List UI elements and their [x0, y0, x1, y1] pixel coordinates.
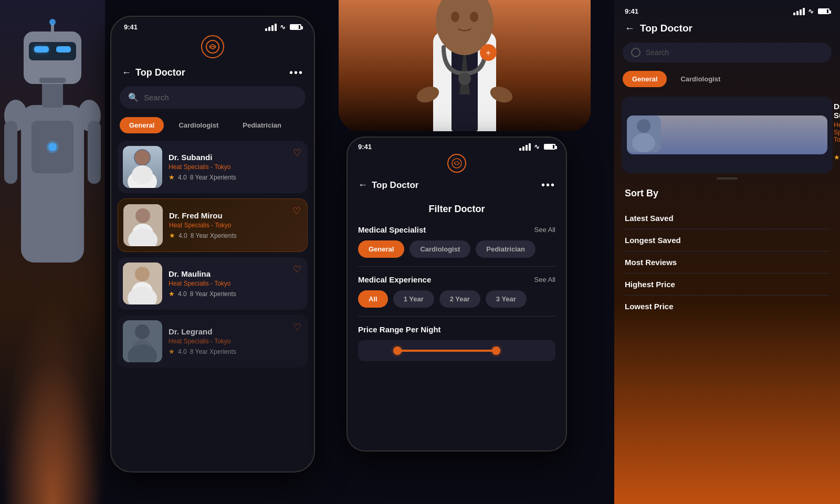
- right-status-bar: 9:41 ∿: [614, 0, 840, 19]
- heart-button-2[interactable]: ♡: [292, 205, 301, 217]
- price-slider-track[interactable]: [358, 340, 555, 361]
- search-icon-1: 🔍: [128, 92, 139, 102]
- rating-2: 4.0: [178, 232, 187, 239]
- right-back-arrow[interactable]: ←: [625, 23, 635, 34]
- pill-3year[interactable]: 3 Year: [486, 290, 527, 308]
- right-search-bar[interactable]: Search: [623, 43, 832, 62]
- right-tab-general[interactable]: General: [623, 71, 667, 87]
- doctor-name-3: Dr. Maulina: [169, 269, 302, 278]
- filter-header: Filter Doctor: [348, 195, 566, 220]
- sort-lowest-price[interactable]: Lowest Price: [625, 296, 830, 317]
- search-bar-1[interactable]: 🔍 Search: [120, 86, 306, 109]
- right-battery: [818, 8, 830, 14]
- svg-point-44: [458, 72, 471, 85]
- wifi-icon-2: ∿: [534, 143, 540, 151]
- right-doc-meta: ★ 4.0 8 Year Xpe...: [834, 146, 840, 168]
- right-doc-svg: [627, 116, 661, 152]
- svg-rect-14: [56, 46, 71, 52]
- drag-handle: [717, 177, 738, 180]
- tab-pediatrician-1[interactable]: Pediatrician: [233, 117, 291, 133]
- phone2-screen: 9:41 ∿: [348, 138, 566, 450]
- tab-cardiologist-1[interactable]: Cardiologist: [169, 117, 228, 133]
- experience-label: Medical Experience: [358, 275, 431, 284]
- hero-image: +: [339, 0, 591, 131]
- heart-button-3[interactable]: ♡: [293, 264, 301, 275]
- bar3-2: [526, 145, 528, 151]
- specialist-pills: General Cardiologist Pediatrician: [358, 240, 555, 258]
- doctor-meta-3: ★ 4.0 8 Year Xperients: [169, 290, 302, 298]
- price-slider-thumb-right[interactable]: [492, 346, 500, 355]
- bar4-2: [529, 143, 531, 151]
- more-button-2[interactable]: •••: [541, 179, 555, 191]
- right-status-icons: ∿: [793, 7, 830, 15]
- pill-cardiologist[interactable]: Cardiologist: [410, 240, 470, 258]
- experience-3: 8 Year Xperients: [190, 290, 236, 298]
- heart-button-1[interactable]: ♡: [293, 147, 301, 159]
- experience-see-all[interactable]: See All: [534, 276, 555, 284]
- price-header: Price Range Per Night: [358, 325, 555, 334]
- signal-bars-2: [519, 143, 531, 151]
- svg-rect-6: [4, 121, 17, 184]
- star-icon-1: ★: [169, 173, 175, 181]
- doctor-photo-4: [123, 320, 162, 362]
- status-bar-1: 9:41 ∿: [111, 17, 314, 33]
- sort-by-title: Sort By: [625, 188, 830, 199]
- divider-1: [358, 266, 555, 267]
- sort-latest-saved[interactable]: Latest Saved: [625, 207, 830, 229]
- pill-1year[interactable]: 1 Year: [393, 290, 434, 308]
- sort-most-reviews[interactable]: Most Reviews: [625, 251, 830, 274]
- right-time: 9:41: [625, 7, 638, 15]
- rbar4: [803, 8, 805, 15]
- back-arrow-1: ←: [122, 67, 131, 78]
- doctor-card-1[interactable]: Dr. Subandi Heat Specialis - Tokyo ★ 4.0…: [118, 141, 308, 193]
- more-button-1[interactable]: •••: [289, 67, 303, 79]
- back-button-1[interactable]: ← Top Doctor: [122, 67, 185, 78]
- price-label: Price Range Per Night: [358, 325, 441, 334]
- experience-header: Medical Experience See All: [358, 275, 555, 284]
- specialist-see-all[interactable]: See All: [534, 226, 555, 234]
- doctor-info-3: Dr. Maulina Heat Specialis - Tokyo ★ 4.0…: [169, 269, 302, 298]
- rating-3: 4.0: [178, 290, 187, 298]
- pill-pediatrician[interactable]: Pediatrician: [476, 240, 536, 258]
- right-tab-cardiologist[interactable]: Cardiologist: [671, 71, 730, 87]
- sort-longest-saved[interactable]: Longest Saved: [625, 229, 830, 251]
- doctor-photo-1: [123, 146, 162, 188]
- doctor-card-3[interactable]: Dr. Maulina Heat Specialis - Tokyo ★ 4.0…: [118, 257, 308, 310]
- doctor-card-4[interactable]: Dr. Legrand Heat Specialis - Tokyo ★ 4.0…: [118, 315, 308, 368]
- sort-highest-price[interactable]: Highest Price: [625, 274, 830, 296]
- price-slider-thumb-left[interactable]: [393, 346, 402, 355]
- bar1: [265, 28, 267, 31]
- svg-point-49: [452, 159, 461, 168]
- tab-general-1[interactable]: General: [120, 117, 164, 133]
- logo-svg-1: [205, 39, 220, 54]
- pill-all[interactable]: All: [358, 290, 388, 308]
- right-doctor-card[interactable]: Dr. Subandi Heat Specialis - Tokyo ★ 4.0…: [622, 97, 833, 173]
- svg-rect-8: [42, 81, 63, 108]
- battery-2: [544, 144, 555, 150]
- divider-2: [358, 316, 555, 317]
- glow-overlay: [0, 346, 105, 504]
- robot-svg: [0, 0, 105, 262]
- svg-point-48: [470, 12, 478, 22]
- svg-point-23: [132, 165, 153, 184]
- back-button-2[interactable]: ← Top Doctor: [358, 180, 418, 191]
- rating-1: 4.0: [178, 174, 187, 181]
- right-filter-tabs: General Cardiologist: [614, 66, 840, 92]
- filter-tabs-1: General Cardiologist Pediatrician: [111, 112, 314, 139]
- svg-point-24: [135, 150, 150, 165]
- heart-button-4[interactable]: ♡: [293, 321, 301, 333]
- right-doc-name: Dr. Subandi: [834, 102, 840, 120]
- header-bar-2: ← Top Doctor •••: [348, 175, 566, 195]
- logo-svg-2: [451, 158, 463, 169]
- doctor-card-2[interactable]: Dr. Fred Mirou Heat Specialis - Tokyo ★ …: [118, 198, 308, 252]
- pill-general[interactable]: General: [358, 240, 404, 258]
- right-star-icon: ★: [834, 153, 840, 161]
- bar2: [268, 27, 270, 31]
- silhouette-1: [123, 146, 162, 188]
- search-placeholder-1: Search: [144, 93, 169, 102]
- back-arrow-2: ←: [358, 180, 368, 191]
- pill-2year[interactable]: 2 Year: [439, 290, 480, 308]
- svg-rect-17: [39, 78, 66, 83]
- wifi-icon-1: ∿: [280, 23, 286, 31]
- rbar3: [800, 9, 802, 15]
